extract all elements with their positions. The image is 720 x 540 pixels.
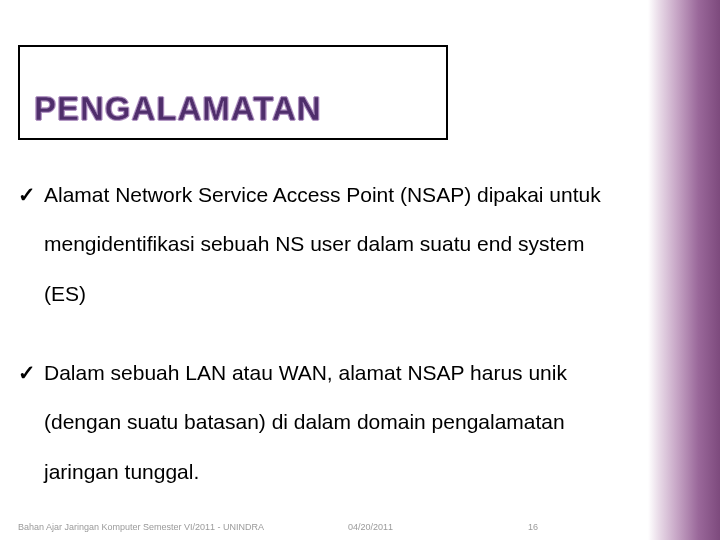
content-area: ✓ Alamat Network Service Access Point (N… [18, 170, 618, 526]
footer-date: 04/20/2011 [348, 522, 393, 532]
slide: PENGALAMATAN ✓ Alamat Network Service Ac… [0, 0, 720, 540]
checkmark-icon: ✓ [18, 348, 44, 397]
side-gradient-decoration [648, 0, 720, 540]
bullet-text: Alamat Network Service Access Point (NSA… [44, 170, 618, 318]
footer-source: Bahan Ajar Jaringan Komputer Semester VI… [18, 522, 264, 532]
footer-page-number: 16 [528, 522, 538, 532]
title-box: PENGALAMATAN [18, 45, 448, 140]
list-item: ✓ Dalam sebuah LAN atau WAN, alamat NSAP… [18, 348, 618, 496]
bullet-text: Dalam sebuah LAN atau WAN, alamat NSAP h… [44, 348, 618, 496]
footer: Bahan Ajar Jaringan Komputer Semester VI… [18, 522, 658, 532]
list-item: ✓ Alamat Network Service Access Point (N… [18, 170, 618, 318]
slide-title: PENGALAMATAN [34, 90, 322, 128]
checkmark-icon: ✓ [18, 170, 44, 219]
